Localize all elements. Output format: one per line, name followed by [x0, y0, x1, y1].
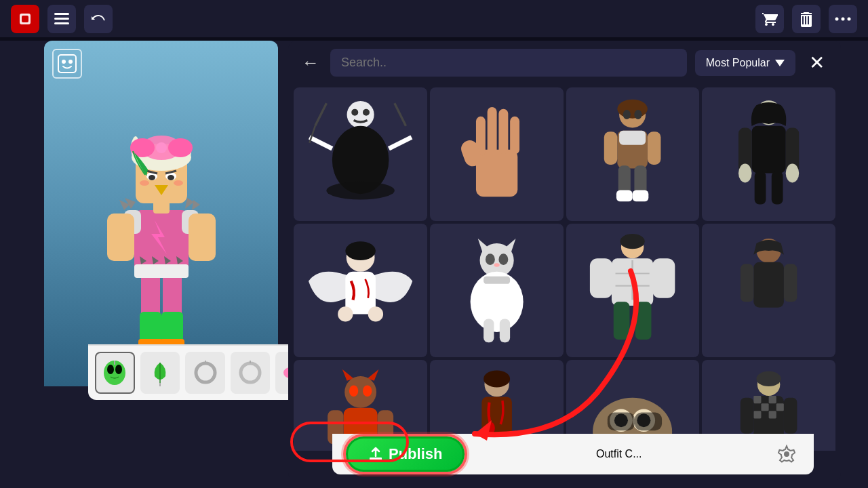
accessory-alien[interactable] — [95, 352, 135, 394]
svg-point-98 — [738, 163, 752, 182]
svg-rect-166 — [741, 398, 754, 434]
svg-point-71 — [363, 108, 370, 115]
avatar-character — [87, 88, 236, 373]
undo-icon[interactable] — [84, 5, 113, 33]
svg-rect-77 — [487, 107, 496, 155]
svg-point-49 — [156, 142, 167, 153]
svg-rect-78 — [498, 108, 508, 154]
svg-rect-129 — [741, 264, 754, 302]
svg-marker-64 — [775, 60, 785, 66]
svg-rect-161 — [761, 403, 768, 411]
svg-point-39 — [167, 175, 174, 180]
grid-item-white-angel[interactable] — [294, 224, 427, 357]
svg-point-126 — [620, 234, 645, 249]
svg-rect-123 — [652, 258, 675, 298]
svg-point-113 — [485, 253, 494, 265]
svg-point-115 — [494, 263, 499, 267]
search-header: ← Most Popular ✕ — [288, 41, 841, 85]
svg-rect-167 — [784, 398, 797, 434]
svg-point-67 — [326, 182, 394, 200]
menu-icon[interactable] — [47, 5, 76, 33]
svg-rect-125 — [635, 302, 652, 340]
svg-point-7 — [848, 17, 851, 20]
svg-point-106 — [368, 306, 383, 321]
svg-rect-101 — [772, 171, 783, 204]
grid-item-brown-figure[interactable] — [566, 87, 700, 221]
svg-rect-152 — [608, 413, 635, 431]
svg-line-68 — [309, 137, 332, 148]
svg-point-144 — [487, 422, 494, 434]
svg-rect-122 — [590, 258, 612, 298]
svg-point-42 — [140, 180, 149, 186]
svg-rect-75 — [475, 149, 517, 197]
items-grid — [288, 85, 841, 451]
accessories-bar — [88, 344, 322, 400]
svg-point-114 — [498, 253, 508, 265]
svg-rect-79 — [510, 117, 519, 155]
grid-item-cat-figure[interactable] — [430, 224, 564, 357]
avatar-background — [44, 41, 278, 386]
accessory-ring1[interactable] — [185, 352, 225, 394]
svg-rect-85 — [648, 131, 661, 165]
cart-icon[interactable] — [755, 5, 784, 33]
svg-rect-31 — [107, 214, 134, 261]
svg-line-69 — [389, 137, 411, 148]
sort-button[interactable]: Most Popular — [695, 50, 795, 76]
svg-rect-95 — [752, 126, 786, 174]
svg-rect-1 — [22, 16, 28, 22]
svg-rect-128 — [753, 262, 784, 307]
svg-rect-84 — [604, 131, 618, 165]
svg-rect-111 — [484, 319, 494, 342]
top-bar-left — [11, 5, 113, 33]
svg-point-99 — [786, 163, 800, 182]
svg-rect-124 — [614, 302, 630, 340]
avatar-container — [44, 41, 278, 441]
svg-rect-163 — [753, 411, 761, 419]
svg-point-93 — [635, 110, 642, 119]
delete-icon[interactable] — [792, 5, 821, 33]
svg-point-56 — [196, 363, 215, 382]
sort-label: Most Popular — [706, 57, 770, 69]
svg-rect-170 — [370, 458, 382, 460]
accessory-leaf[interactable] — [140, 352, 180, 394]
svg-rect-159 — [753, 396, 761, 403]
accessory-ring2[interactable] — [231, 352, 271, 394]
top-bar-right — [755, 5, 857, 33]
publish-button[interactable]: Publish — [346, 436, 465, 472]
svg-point-165 — [757, 371, 781, 386]
settings-button[interactable] — [773, 441, 800, 468]
more-icon[interactable] — [829, 5, 857, 33]
svg-point-48 — [168, 138, 193, 157]
svg-rect-112 — [499, 319, 509, 342]
grid-item-dark-figure2[interactable] — [702, 224, 835, 357]
grid-item-black-dress[interactable] — [294, 87, 427, 221]
svg-point-11 — [68, 60, 73, 64]
svg-point-43 — [174, 180, 183, 186]
svg-rect-26 — [134, 264, 189, 278]
search-input[interactable] — [341, 56, 676, 70]
svg-point-104 — [345, 241, 376, 260]
svg-point-140 — [363, 386, 372, 397]
item-grid-container — [288, 85, 841, 451]
svg-rect-2 — [54, 13, 69, 15]
grid-item-hand[interactable] — [430, 87, 564, 221]
svg-point-5 — [835, 17, 839, 20]
svg-point-58 — [241, 363, 260, 382]
search-input-wrapper — [330, 49, 687, 77]
bottom-bar: Publish Outfit C... — [332, 434, 814, 474]
svg-rect-4 — [54, 22, 69, 24]
close-button[interactable]: ✕ — [804, 49, 830, 77]
grid-item-dark-figure[interactable] — [702, 87, 835, 221]
svg-rect-90 — [633, 190, 649, 201]
svg-point-65 — [347, 101, 374, 128]
svg-rect-162 — [776, 403, 784, 411]
svg-rect-86 — [619, 131, 646, 145]
svg-rect-89 — [616, 190, 633, 201]
top-bar — [0, 0, 868, 37]
svg-rect-143 — [481, 397, 512, 440]
back-button[interactable]: ← — [299, 49, 322, 76]
roblox-logo-icon[interactable] — [11, 5, 39, 33]
avatar-face-icon[interactable] — [52, 49, 82, 79]
svg-marker-24 — [192, 200, 200, 210]
grid-item-muscle-figure[interactable] — [566, 224, 700, 357]
